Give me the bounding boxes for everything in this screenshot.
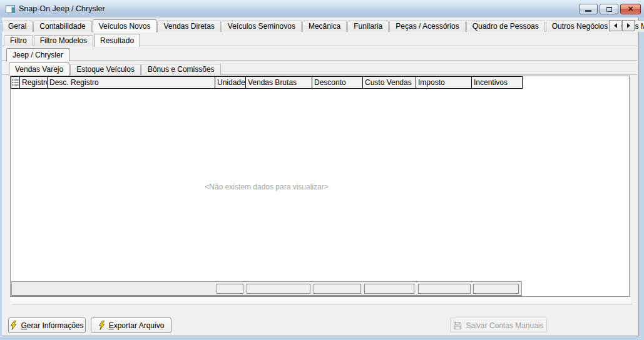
filter-tab-strip: Filtro Filtro Modelos Resultado <box>2 33 637 46</box>
column-header-incentivos[interactable]: Incentivos <box>471 76 523 89</box>
window-title: Snap-On Jeep / Chrysler <box>19 4 105 13</box>
column-header-custo-vendas[interactable]: Custo Vendas <box>362 76 416 89</box>
close-icon: ✕ <box>628 6 633 12</box>
column-header-unidades[interactable]: Unidades <box>215 76 246 89</box>
exportar-arquivo-button[interactable]: Exportar Arquivo <box>91 318 171 333</box>
restore-icon <box>606 7 612 12</box>
grid-indicator-header[interactable] <box>11 76 20 89</box>
salvar-contas-manuais-button[interactable]: Salvar Contas Manuais <box>450 318 547 333</box>
lightning-icon <box>98 321 105 330</box>
column-header-vendas-brutas[interactable]: Vendas Brutas <box>245 76 312 89</box>
grid-spacer <box>10 297 631 304</box>
tab-veiculos-seminovos[interactable]: Veículos Seminovos <box>222 21 302 32</box>
total-custo-vendas-field[interactable] <box>364 284 414 294</box>
divider <box>11 304 632 305</box>
total-imposto-field[interactable] <box>418 284 471 294</box>
column-header-desc-registro[interactable]: Desc. Registro <box>47 76 215 89</box>
window-controls: ✕ <box>579 4 643 14</box>
tab-scroll-left-button[interactable] <box>609 20 621 31</box>
minimize-button[interactable] <box>579 4 598 14</box>
save-floppy-icon <box>453 321 462 330</box>
total-incentivos-field[interactable] <box>473 284 519 294</box>
tab-estoque-veiculos[interactable]: Estoque Veículos <box>70 64 141 75</box>
arrow-right-icon <box>627 23 630 28</box>
main-tab-strip: Geral Contabilidade Veículos Novos Venda… <box>2 19 637 32</box>
tab-mecanica[interactable]: Mecânica <box>302 21 347 32</box>
result-tab-strip: Vendas Varejo Estoque Veículos Bônus e C… <box>2 62 637 75</box>
total-unidades-field[interactable] <box>217 284 243 294</box>
grid-empty-message: <Não existem dados para visualizar> <box>11 182 523 191</box>
total-desconto-field[interactable] <box>314 284 361 294</box>
grid-footer-totals <box>11 281 522 296</box>
tab-vendas-varejo[interactable]: Vendas Varejo <box>9 62 69 76</box>
tab-veiculos-novos[interactable]: Veículos Novos <box>93 19 157 32</box>
tab-bonus-comissoes[interactable]: Bônus e Comissões <box>141 64 221 75</box>
app-icon <box>6 5 15 13</box>
grid-header-row: Registro Desc. Registro Unidades Vendas … <box>11 76 523 89</box>
gerar-informacoes-button[interactable]: Gerar Informações <box>8 318 86 333</box>
arrow-left-icon <box>614 23 617 28</box>
exportar-arquivo-label: Exportar Arquivo <box>109 321 165 330</box>
tab-funilaria[interactable]: Funilaria <box>347 21 389 32</box>
tab-scroll-buttons <box>609 20 635 31</box>
total-vendas-brutas-field[interactable] <box>247 284 310 294</box>
tab-geral[interactable]: Geral <box>2 21 33 32</box>
gerar-informacoes-label: Gerar Informações <box>21 321 83 330</box>
minimize-icon <box>585 10 591 12</box>
tab-filtro[interactable]: Filtro <box>4 35 33 46</box>
restore-button[interactable] <box>600 4 618 14</box>
list-indicator-icon <box>12 79 19 86</box>
column-header-desconto[interactable]: Desconto <box>312 76 363 89</box>
client-area: Geral Contabilidade Veículos Novos Venda… <box>2 18 639 336</box>
tab-vendas-diretas[interactable]: Vendas Diretas <box>157 21 220 32</box>
brand-tab-strip: Jeep / Chrysler <box>2 48 637 61</box>
tab-resultado[interactable]: Resultado <box>94 34 140 47</box>
close-button[interactable]: ✕ <box>620 4 641 14</box>
tab-scroll-right-button[interactable] <box>622 20 635 31</box>
grid-body[interactable]: <Não existem dados para visualizar> <box>11 89 523 281</box>
tab-contabilidade[interactable]: Contabilidade <box>33 21 91 32</box>
app-window: Snap-On Jeep / Chrysler ✕ Geral Contabil… <box>0 0 644 340</box>
results-grid: Registro Desc. Registro Unidades Vendas … <box>10 76 630 297</box>
column-header-registro[interactable]: Registro <box>19 76 48 89</box>
tab-jeep-chrysler[interactable]: Jeep / Chrysler <box>6 48 69 61</box>
lightning-icon <box>10 321 17 330</box>
tab-filtro-modelos[interactable]: Filtro Modelos <box>34 35 93 46</box>
tab-pecas-acessorios[interactable]: Peças / Acessórios <box>389 21 465 32</box>
tab-quadro-de-pessoas[interactable]: Quadro de Pessoas <box>466 21 545 32</box>
titlebar[interactable]: Snap-On Jeep / Chrysler ✕ <box>0 0 644 18</box>
salvar-contas-manuais-label: Salvar Contas Manuais <box>466 321 543 330</box>
column-header-imposto[interactable]: Imposto <box>416 76 472 89</box>
